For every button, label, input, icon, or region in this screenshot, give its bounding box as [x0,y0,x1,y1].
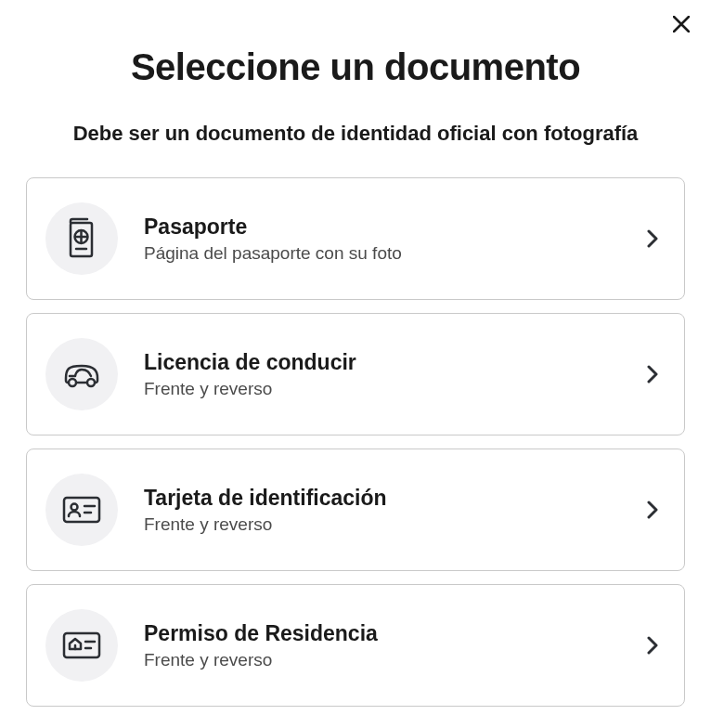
car-icon [58,350,106,398]
option-description: Frente y reverso [144,514,621,535]
page-title: Seleccione un documento [26,46,685,88]
id-card-icon-circle [45,474,118,546]
option-title: Permiso de Residencia [144,621,621,646]
chevron-right-icon [647,365,658,384]
svg-point-4 [69,379,76,386]
option-title: Tarjeta de identificación [144,486,621,511]
residence-permit-icon [58,621,106,670]
passport-icon-circle [45,202,118,275]
option-text: Permiso de Residencia Frente y reverso [144,621,621,670]
drivers-license-icon-circle [45,338,118,410]
option-text: Tarjeta de identificación Frente y rever… [144,486,621,535]
id-card-icon [58,486,106,534]
close-button[interactable] [670,13,692,35]
document-options-list: Pasaporte Página del pasaporte con su fo… [26,177,685,707]
passport-icon [59,216,104,261]
svg-point-5 [87,379,95,386]
option-description: Página del pasaporte con su foto [144,243,621,264]
svg-point-7 [71,504,78,511]
option-text: Pasaporte Página del pasaporte con su fo… [144,214,621,264]
option-id-card[interactable]: Tarjeta de identificación Frente y rever… [26,448,685,571]
option-description: Frente y reverso [144,379,621,399]
option-drivers-license[interactable]: Licencia de conducir Frente y reverso [26,313,685,436]
option-residence-permit[interactable]: Permiso de Residencia Frente y reverso [26,584,685,707]
chevron-right-icon [647,636,658,655]
option-text: Licencia de conducir Frente y reverso [144,350,621,399]
page-subtitle: Debe ser un documento de identidad ofici… [26,122,685,146]
option-description: Frente y reverso [144,650,621,670]
chevron-right-icon [647,500,658,519]
chevron-right-icon [647,229,658,248]
close-icon [673,16,690,32]
svg-rect-6 [64,498,99,522]
residence-permit-icon-circle [45,609,118,682]
document-selection-panel: Seleccione un documento Debe ser un docu… [0,0,711,728]
option-passport[interactable]: Pasaporte Página del pasaporte con su fo… [26,177,685,300]
option-title: Licencia de conducir [144,350,621,375]
option-title: Pasaporte [144,214,621,240]
